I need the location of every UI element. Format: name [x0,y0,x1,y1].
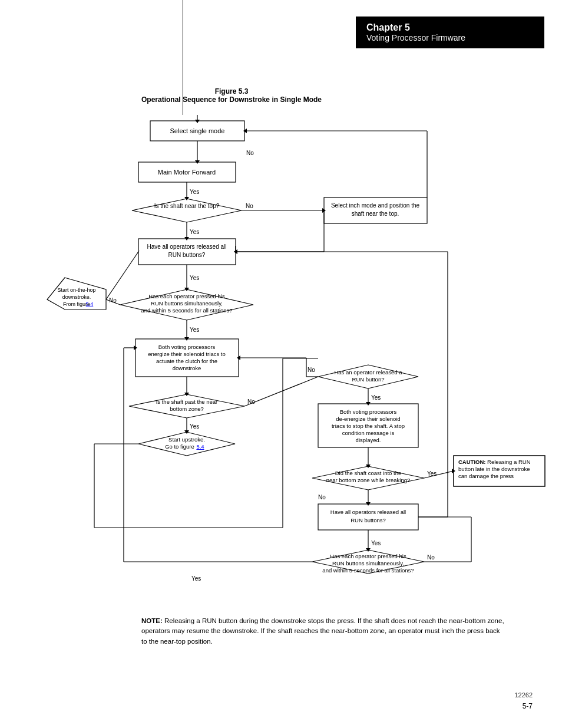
svg-text:No: No [246,150,254,156]
svg-text:shaft near the top.: shaft near the top. [352,210,399,217]
svg-text:RUN buttons?: RUN buttons? [351,517,386,523]
svg-text:Yes: Yes [371,394,381,401]
svg-text:actuate the clutch for the: actuate the clutch for the [156,358,217,364]
note-section: NOTE: Releasing a RUN button during the … [141,616,507,647]
svg-marker-4 [132,199,242,222]
svg-text:de-energize their solenoid: de-energize their solenoid [336,416,400,422]
svg-text:triacs to stop the shaft. A st: triacs to stop the shaft. A stop [332,423,405,429]
svg-text:condition message is: condition message is [342,430,395,436]
flowchart: Select single mode Main Motor Forward Is… [35,115,548,598]
svg-text:5.4: 5.4 [196,443,204,450]
svg-text:RUN buttons?: RUN buttons? [168,252,206,258]
svg-text:Yes: Yes [190,229,199,235]
chapter-header: Chapter 5 Voting Processor Firmware [356,17,544,48]
svg-text:near bottom zone while breakin: near bottom zone while breaking? [326,477,411,483]
svg-text:RUN buttons simultaneously,: RUN buttons simultaneously, [332,560,404,566]
figure-number: Figure 5.3 [141,87,322,95]
svg-text:Start upstroke.: Start upstroke. [168,436,205,443]
svg-text:and within 5 seconds for all s: and within 5 seconds for all stations? [322,567,414,574]
svg-text:energize their solenoid triacs: energize their solenoid triacs to [148,351,226,357]
svg-text:button late in the downstroke: button late in the downstroke [458,466,530,472]
svg-text:Has each operator pressed his: Has each operator pressed his [330,553,406,559]
svg-text:No: No [308,367,315,373]
svg-text:and within 5 seconds for all s: and within 5 seconds for all stations? [141,307,232,314]
chapter-number: Chapter 5 [366,22,534,33]
svg-text:Start on-the-hop: Start on-the-hop [57,287,95,293]
svg-text:Yes: Yes [371,540,381,546]
doc-number: 12262 [514,691,533,699]
svg-text:Has an operator released a: Has an operator released a [334,369,402,375]
svg-text:bottom zone?: bottom zone? [170,406,204,412]
svg-text:No: No [318,494,326,500]
svg-text:Yes: Yes [190,275,199,281]
svg-text:5.4: 5.4 [86,301,94,307]
svg-text:Yes: Yes [190,327,199,333]
svg-text:No: No [246,203,253,209]
figure-caption: Figure 5.3 Operational Sequence for Down… [141,87,322,104]
svg-text:No: No [109,297,117,304]
svg-text:Have all operators released al: Have all operators released all [330,509,406,515]
svg-text:Main Motor Forward: Main Motor Forward [158,169,216,176]
svg-text:Yes: Yes [191,575,201,582]
note-label: NOTE: [141,617,163,624]
svg-text:Is the shaft past the near: Is the shaft past the near [156,398,218,405]
svg-text:downstroke.: downstroke. [62,294,91,300]
svg-text:Is the shaft near the top?: Is the shaft near the top? [154,203,220,209]
svg-text:No: No [427,554,435,561]
svg-text:Both voting processors: Both voting processors [158,344,216,350]
note-text: Releasing a RUN button during the downst… [141,617,504,645]
svg-text:displayed.: displayed. [356,437,381,443]
svg-text:CAUTION: Releasing a RUN: CAUTION: Releasing a RUN [458,459,531,465]
svg-text:can damage the press: can damage the press [458,473,514,479]
svg-text:Yes: Yes [427,470,437,477]
svg-text:No: No [247,398,255,405]
page-number: 5-7 [523,702,533,710]
svg-text:Select single mode: Select single mode [170,127,225,134]
svg-text:Yes: Yes [190,189,199,195]
svg-text:Has each operator pressed his: Has each operator pressed his [148,293,225,299]
chapter-title: Voting Processor Firmware [366,33,534,42]
svg-line-79 [106,252,138,299]
svg-text:Go to figure: Go to figure [165,443,194,450]
svg-text:downstroke: downstroke [173,365,201,371]
svg-text:Select inch mode and position : Select inch mode and position the [331,202,420,209]
figure-title: Operational Sequence for Downstroke in S… [141,95,322,104]
svg-line-88 [244,377,318,406]
svg-text:Both voting processors: Both voting processors [340,409,397,415]
svg-text:Yes: Yes [190,423,199,430]
svg-text:Did the shaft coast into the: Did the shaft coast into the [335,470,401,476]
svg-text:RUN button?: RUN button? [352,376,385,383]
svg-text:RUN buttons simultaneously,: RUN buttons simultaneously, [151,300,223,307]
svg-text:Have all operators released al: Have all operators released all [147,243,226,250]
